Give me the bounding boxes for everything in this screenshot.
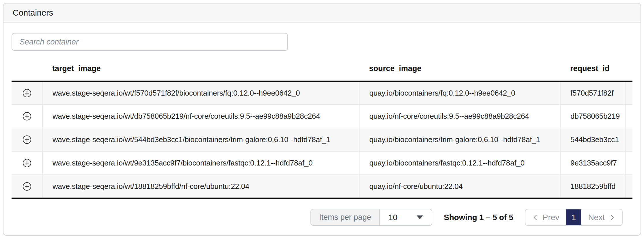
circle-plus-icon: [23, 135, 31, 144]
cell-request-id: f570d571f82f: [560, 81, 625, 105]
chevron-left-icon: [532, 214, 539, 221]
cell-source-image: quay.io/biocontainers/fastqc:0.12.1--hdf…: [359, 151, 560, 175]
circle-plus-icon: [23, 159, 31, 168]
cell-target-image: wave.stage-seqera.io/wt/544bd3eb3cc1/bio…: [42, 128, 359, 151]
expand-row-button[interactable]: [21, 87, 33, 99]
cell-target-image: wave.stage-seqera.io/wt/18818259bffd/nf-…: [42, 175, 359, 198]
chevron-right-icon: [609, 214, 615, 221]
table-row: wave.stage-seqera.io/wt/db758065b219/nf-…: [12, 105, 632, 128]
items-per-page-label: Items per page: [311, 209, 380, 225]
panel-body: target_image source_image request_id wav…: [3, 23, 641, 226]
cell-request-id: 9e3135acc9f7: [560, 151, 625, 175]
cell-target-image: wave.stage-seqera.io/wt/db758065b219/nf-…: [42, 105, 359, 128]
items-per-page-value: 10: [388, 213, 397, 222]
cell-source-image: quay.io/nf-core/coreutils:9.5--ae99c88a9…: [359, 105, 560, 128]
cell-request-id: db758065b219: [560, 105, 625, 128]
table-header-row: target_image source_image request_id: [12, 57, 632, 81]
circle-plus-icon: [23, 182, 31, 191]
prev-page-button[interactable]: Prev: [525, 209, 566, 225]
cell-target-image: wave.stage-seqera.io/wt/9e3135acc9f7/bio…: [42, 151, 359, 175]
expand-row-button[interactable]: [21, 133, 33, 146]
cell-extra: [625, 175, 632, 198]
header-expand: [12, 57, 42, 81]
page-title: Containers: [13, 8, 53, 18]
header-target-image: target_image: [42, 57, 359, 81]
header-extra: [625, 57, 632, 81]
cell-extra: [625, 151, 632, 175]
header-request-id: request_id: [560, 57, 625, 81]
table-row: wave.stage-seqera.io/wt/9e3135acc9f7/bio…: [12, 151, 632, 175]
table-footer: Items per page 10 Showing 1 – 5 of 5 Pre…: [12, 209, 632, 226]
cell-target-image: wave.stage-seqera.io/wt/f570d571f82f/bio…: [42, 81, 359, 105]
cell-extra: [625, 105, 632, 128]
panel-header: Containers: [3, 3, 641, 23]
cell-source-image: quay.io/nf-core/ubuntu:22.04: [359, 175, 560, 198]
table-row: wave.stage-seqera.io/wt/544bd3eb3cc1/bio…: [12, 128, 632, 151]
next-page-button[interactable]: Next: [581, 209, 622, 225]
items-per-page-select[interactable]: 10: [380, 209, 432, 225]
cell-extra: [625, 128, 632, 151]
table-row: wave.stage-seqera.io/wt/f570d571f82f/bio…: [12, 81, 632, 105]
expand-row-button[interactable]: [21, 110, 33, 122]
expand-row-button[interactable]: [21, 157, 33, 169]
prev-page-label: Prev: [543, 213, 559, 222]
pagination: Prev 1 Next: [525, 209, 623, 226]
search-input[interactable]: [12, 33, 288, 51]
cell-extra: [625, 81, 632, 105]
expand-row-button[interactable]: [21, 180, 33, 193]
items-per-page-group: Items per page 10: [310, 209, 432, 226]
caret-down-icon: [417, 215, 423, 219]
showing-range-text: Showing 1 – 5 of 5: [444, 213, 513, 222]
circle-plus-icon: [23, 89, 31, 98]
next-page-label: Next: [588, 213, 605, 222]
containers-table: target_image source_image request_id wav…: [12, 57, 632, 199]
cell-source-image: quay.io/biocontainers/fq:0.12.0--h9ee064…: [359, 81, 560, 105]
table-row: wave.stage-seqera.io/wt/18818259bffd/nf-…: [12, 175, 632, 198]
cell-source-image: quay.io/biocontainers/trim-galore:0.6.10…: [359, 128, 560, 151]
header-source-image: source_image: [359, 57, 560, 81]
cell-request-id: 544bd3eb3cc1: [560, 128, 625, 151]
circle-plus-icon: [23, 112, 31, 121]
cell-request-id: 18818259bffd: [560, 175, 625, 198]
current-page-button[interactable]: 1: [566, 209, 581, 225]
containers-panel: Containers target_image source_image req…: [3, 3, 641, 236]
